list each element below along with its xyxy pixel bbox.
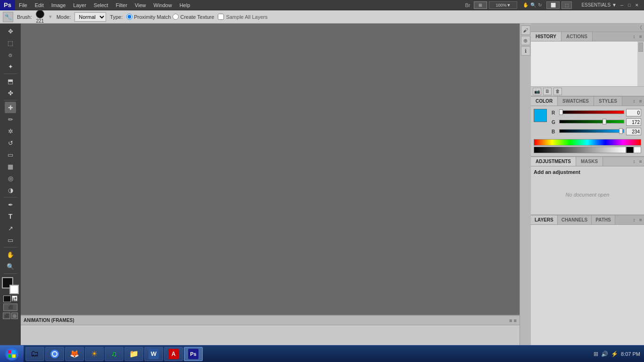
tab-color[interactable]: COLOR xyxy=(531,97,558,106)
zoom-display[interactable]: 100%▼ xyxy=(489,1,517,9)
history-scrollbar[interactable] xyxy=(637,41,644,86)
delete-state-btn[interactable]: 🗑 xyxy=(553,88,562,95)
mode-select[interactable]: Normal Darken Lighten xyxy=(74,12,106,22)
color-expand-btn[interactable]: ↕ xyxy=(631,97,637,106)
sample-all-checkbox[interactable] xyxy=(218,14,224,20)
menu-edit[interactable]: Edit xyxy=(31,1,48,9)
selection-tool[interactable]: ⬚ xyxy=(5,37,16,49)
history-menu-icon[interactable]: ≡ xyxy=(637,32,644,41)
tab-adjustments[interactable]: ADJUSTMENTS xyxy=(531,157,576,166)
heal-tool[interactable]: ✚ xyxy=(5,102,16,113)
tab-swatches[interactable]: SWATCHES xyxy=(558,97,594,106)
crop-tool[interactable]: ⬒ xyxy=(5,75,16,87)
adj-expand-btn[interactable]: ↕ xyxy=(631,157,637,166)
brush-arrow-icon[interactable]: ▼ xyxy=(48,14,53,19)
white-swatch[interactable] xyxy=(634,147,641,153)
clone-tool[interactable]: ✲ xyxy=(5,125,16,137)
tab-channels[interactable]: CHANNELS xyxy=(558,215,592,224)
background-color[interactable] xyxy=(9,285,19,294)
hand-icon-menu[interactable]: ✋ xyxy=(523,2,528,8)
taskbar-word[interactable]: W xyxy=(144,347,163,361)
dodge-tool[interactable]: ◑ xyxy=(5,184,16,196)
swap-colors-btn[interactable]: ⇄ xyxy=(12,296,17,301)
brush-tool[interactable]: ✏ xyxy=(5,114,16,125)
pen-tool[interactable]: ✒ xyxy=(5,199,16,210)
zoom-icon-menu[interactable]: 🔍 xyxy=(530,2,536,8)
r-value-input[interactable] xyxy=(626,109,641,116)
black-swatch[interactable] xyxy=(626,147,634,153)
animation-menu-btn[interactable]: ≡ ≡ xyxy=(509,318,517,323)
brush-picker[interactable]: 221 xyxy=(36,10,44,24)
color-spectrum[interactable] xyxy=(534,139,641,146)
canvas-inner[interactable] xyxy=(21,24,520,315)
g-value-input[interactable] xyxy=(626,118,641,126)
maximize-button[interactable]: □ xyxy=(626,2,633,8)
r-slider-thumb[interactable] xyxy=(559,109,563,115)
adj-menu-icon[interactable]: ≡ xyxy=(637,157,644,166)
menu-image[interactable]: Image xyxy=(48,1,70,9)
info-btn[interactable]: ℹ xyxy=(521,46,530,56)
layers-expand-btn[interactable]: ↕ xyxy=(631,215,637,225)
start-button[interactable] xyxy=(0,346,24,362)
type-tool[interactable]: T xyxy=(5,211,16,222)
workspace-icons[interactable]: ⊞ xyxy=(474,1,487,9)
create-texture-radio[interactable]: Create Texture xyxy=(173,14,214,20)
tab-masks[interactable]: MASKS xyxy=(576,157,603,166)
blur-tool[interactable]: ◎ xyxy=(5,173,16,184)
gradient-tool[interactable]: ▦ xyxy=(5,161,16,172)
taskbar-winamp[interactable]: ♫ xyxy=(105,347,124,361)
proximity-match-radio[interactable]: Proximity Match xyxy=(126,14,171,20)
history-expand-btn[interactable]: ↕ xyxy=(631,32,637,41)
zoom-tool[interactable]: 🔍 xyxy=(5,261,16,272)
history-brush-tool[interactable]: ↺ xyxy=(5,137,16,148)
history-scroll-thumb[interactable] xyxy=(638,42,643,52)
panels-collapse-arrow[interactable]: 《 xyxy=(637,25,642,31)
lasso-tool[interactable]: ⌾ xyxy=(5,49,16,60)
extra-icon[interactable]: ⬚ xyxy=(561,1,572,9)
eraser-tool[interactable]: ▭ xyxy=(5,149,16,160)
quick-mask-btn[interactable]: ⬛ xyxy=(3,304,17,311)
taskbar-sunbird[interactable]: ☀ xyxy=(85,347,104,361)
foreground-mode-btn[interactable]: ◎ xyxy=(11,313,18,319)
bridge-icon[interactable]: Br xyxy=(465,2,470,8)
color-menu-icon[interactable]: ≡ xyxy=(637,97,644,106)
menu-layer[interactable]: Layer xyxy=(69,1,90,9)
shape-tool[interactable]: ▭ xyxy=(5,234,16,246)
default-colors-btn[interactable] xyxy=(3,296,11,302)
menu-file[interactable]: File xyxy=(15,1,31,9)
snapshot-btn[interactable]: 📷 xyxy=(533,88,541,95)
layers-menu-icon[interactable]: ≡ xyxy=(637,215,644,225)
move-tool[interactable]: ✥ xyxy=(5,25,16,37)
taskbar-explorer[interactable]: 🗂 xyxy=(25,347,44,361)
b-slider-thumb[interactable] xyxy=(619,128,623,134)
menu-help[interactable]: Help xyxy=(176,1,194,9)
quick-select-tool[interactable]: ✦ xyxy=(5,61,16,72)
essentials-button[interactable]: ESSENTIALS ▼ xyxy=(581,2,617,8)
layers-body[interactable] xyxy=(531,225,644,362)
g-slider-thumb[interactable] xyxy=(603,119,606,124)
screen-mode-btn[interactable]: ⬛ xyxy=(3,313,10,319)
rotate-icon-menu[interactable]: ↻ xyxy=(538,2,542,8)
menu-window[interactable]: Window xyxy=(150,1,176,9)
taskbar-acrobat[interactable]: A xyxy=(164,347,183,361)
taskbar-photoshop[interactable]: Ps xyxy=(184,347,203,361)
screen-mode-icon[interactable]: ⬜ xyxy=(546,1,560,9)
b-value-input[interactable] xyxy=(626,128,641,135)
close-button[interactable]: ✕ xyxy=(634,2,640,8)
tool-preset-picker[interactable]: 🔧 xyxy=(3,12,13,22)
color-preview-swatch[interactable] xyxy=(534,109,547,122)
menu-select[interactable]: Select xyxy=(90,1,112,9)
tab-actions[interactable]: ACTIONS xyxy=(561,32,593,41)
taskbar-folder[interactable]: 📁 xyxy=(124,347,143,361)
tab-history[interactable]: HISTORY xyxy=(531,32,561,41)
tab-paths[interactable]: PATHS xyxy=(592,215,615,224)
brush-panel-btn[interactable]: 🖌 xyxy=(521,25,530,35)
minimize-button[interactable]: ─ xyxy=(619,2,625,8)
path-select-tool[interactable]: ↗ xyxy=(5,222,16,234)
new-doc-from-state-btn[interactable]: 🗎 xyxy=(543,88,552,95)
tab-layers[interactable]: LAYERS xyxy=(531,215,558,224)
taskbar-chrome[interactable] xyxy=(45,347,64,361)
eyedropper-tool[interactable]: ✤ xyxy=(5,87,16,99)
taskbar-firefox[interactable]: 🦊 xyxy=(65,347,84,361)
tab-styles[interactable]: STYLES xyxy=(594,97,622,106)
